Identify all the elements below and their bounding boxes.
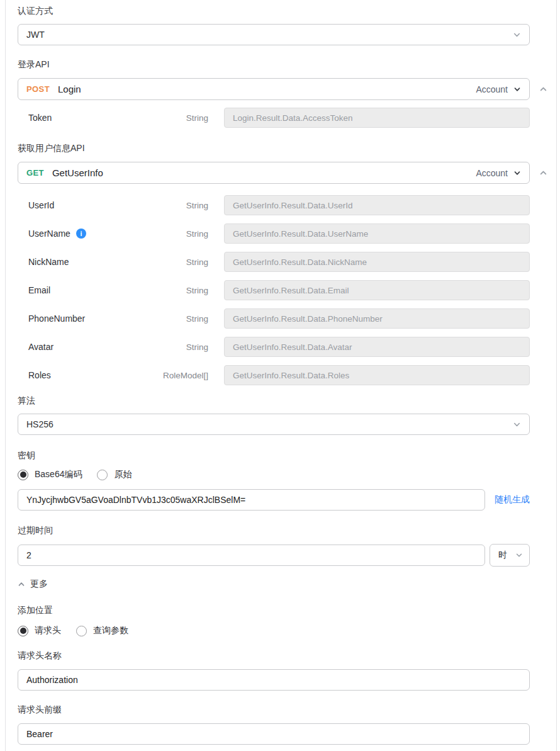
chevron-down-icon: [513, 421, 521, 429]
http-method-badge: GET: [26, 168, 44, 178]
roles-mapping-input: [224, 365, 530, 385]
field-type-label: RoleModel[]: [163, 371, 208, 380]
radio-label: Base64编码: [35, 469, 82, 480]
secret-encoding-radio-group: Base64编码 原始: [18, 469, 530, 480]
header-name-input[interactable]: [18, 669, 530, 691]
chevron-down-icon: [515, 551, 523, 559]
login-api-select-box[interactable]: POST Login Account: [18, 78, 530, 100]
token-mapping-input: [224, 108, 530, 128]
login-api-row: POST Login Account: [18, 78, 530, 100]
auth-method-label: 认证方式: [18, 6, 530, 17]
field-name-label: UserName i: [28, 229, 86, 239]
field-type-label: String: [186, 286, 208, 295]
expiry-label: 过期时间: [18, 525, 530, 536]
radio-base64[interactable]: Base64编码: [18, 469, 82, 480]
radio-unchecked-icon: [97, 470, 108, 480]
userid-mapping-input: [224, 195, 530, 215]
header-prefix-label: 请求头前缀: [18, 704, 530, 716]
radio-unchecked-icon: [76, 626, 87, 636]
radio-label: 查询参数: [93, 625, 128, 636]
username-mapping-input: [224, 223, 530, 244]
radio-label: 请求头: [35, 625, 61, 636]
algorithm-value: HS256: [26, 419, 53, 429]
username-mapping-row: UserName i String: [18, 223, 530, 244]
phonenumber-mapping-input: [224, 308, 530, 329]
userinfo-api-select-box[interactable]: GET GetUserInfo Account: [18, 162, 530, 184]
http-method-badge: POST: [26, 84, 50, 94]
field-type-label: String: [186, 342, 208, 352]
userid-mapping-row: UserId String: [18, 195, 530, 215]
more-toggle-label: 更多: [30, 579, 48, 590]
radio-request-header[interactable]: 请求头: [18, 625, 61, 636]
radio-raw[interactable]: 原始: [97, 469, 132, 480]
userinfo-scheme-value: Account: [476, 168, 508, 178]
radio-checked-icon: [18, 626, 28, 636]
info-icon[interactable]: i: [76, 229, 86, 239]
token-mapping-row: Token String: [18, 108, 530, 128]
expiry-input[interactable]: [18, 545, 485, 566]
panel-divider-left: [5, 0, 6, 751]
field-type-label: String: [186, 201, 208, 210]
login-scheme-select[interactable]: Account: [476, 84, 521, 94]
more-collapse-toggle[interactable]: 更多: [18, 579, 530, 590]
login-api-label: 登录API: [18, 59, 530, 71]
algorithm-select[interactable]: HS256: [18, 414, 530, 435]
algorithm-label: 算法: [18, 395, 530, 407]
expiry-row: 时: [18, 544, 530, 567]
roles-mapping-row: Roles RoleModel[]: [18, 365, 530, 385]
radio-checked-icon: [18, 470, 28, 480]
field-type-label: String: [186, 113, 208, 123]
login-api-collapse-toggle[interactable]: [535, 78, 551, 100]
secret-row: 随机生成: [18, 489, 530, 511]
field-name-label: NickName: [28, 257, 69, 267]
field-name-label: Avatar: [28, 342, 53, 352]
api-name: Login: [58, 84, 81, 94]
field-name-label: Email: [28, 285, 50, 295]
radio-query-param[interactable]: 查询参数: [76, 625, 128, 636]
userinfo-scheme-select[interactable]: Account: [476, 168, 521, 178]
field-name-text: UserName: [28, 229, 70, 239]
userinfo-api-collapse-toggle[interactable]: [535, 162, 551, 184]
header-prefix-input[interactable]: [18, 723, 530, 745]
position-radio-group: 请求头 查询参数: [18, 625, 530, 636]
panel-divider-right: [556, 0, 557, 751]
avatar-mapping-row: Avatar String: [18, 337, 530, 357]
field-name-label: PhoneNumber: [28, 313, 85, 324]
expiry-unit-select[interactable]: 时: [490, 544, 530, 567]
radio-label: 原始: [114, 469, 132, 480]
chevron-down-icon: [513, 86, 521, 93]
email-mapping-input: [224, 280, 530, 300]
userinfo-api-row: GET GetUserInfo Account: [18, 162, 530, 184]
email-mapping-row: Email String: [18, 280, 530, 300]
nickname-mapping-row: NickName String: [18, 252, 530, 272]
auth-method-value: JWT: [26, 30, 45, 40]
secret-label: 密钥: [18, 450, 530, 461]
expiry-unit-value: 时: [498, 550, 507, 561]
field-name-label: Token: [28, 113, 52, 123]
field-type-label: String: [186, 229, 208, 239]
phonenumber-mapping-row: PhoneNumber String: [18, 308, 530, 329]
chevron-up-icon: [18, 580, 25, 588]
chevron-down-icon: [513, 31, 521, 39]
api-name: GetUserInfo: [52, 167, 103, 178]
jwt-auth-config-form: 认证方式 JWT 登录API POST Login Account Token …: [18, 6, 530, 745]
field-type-label: String: [186, 314, 208, 324]
info-glyph: i: [80, 230, 82, 237]
field-name-label: Roles: [28, 370, 51, 380]
login-scheme-value: Account: [476, 84, 508, 94]
chevron-down-icon: [513, 169, 521, 177]
field-name-label: UserId: [28, 200, 54, 210]
nickname-mapping-input: [224, 252, 530, 272]
secret-input[interactable]: [18, 489, 485, 511]
field-type-label: String: [186, 257, 208, 267]
avatar-mapping-input: [224, 337, 530, 357]
generate-secret-link[interactable]: 随机生成: [495, 494, 530, 505]
userinfo-api-label: 获取用户信息API: [18, 143, 530, 154]
position-label: 添加位置: [18, 605, 530, 616]
auth-method-select[interactable]: JWT: [18, 24, 530, 45]
header-name-label: 请求头名称: [18, 650, 530, 662]
